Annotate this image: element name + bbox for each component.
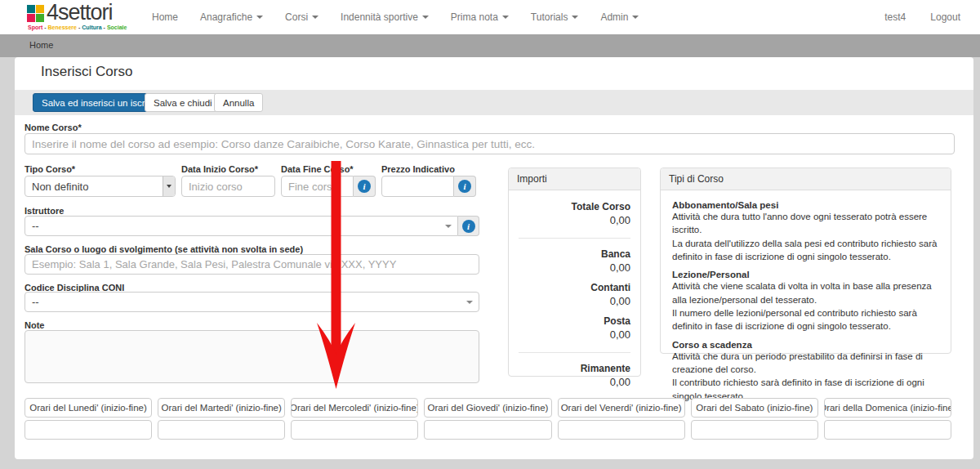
tipi-heading-abbonamento: Abbonamento/Sala pesi [672, 200, 939, 210]
page-title: Inserisci Corso [41, 64, 132, 80]
orari-lunedi-input[interactable] [24, 420, 152, 440]
chevron-down-icon [256, 16, 263, 19]
contanti-value: 0,00 [519, 295, 630, 307]
brand-grid-icon [27, 5, 44, 22]
tipo-corso-label: Tipo Corso* [24, 164, 75, 174]
tipo-corso-select[interactable]: Non definito [24, 176, 176, 197]
importi-panel-title: Importi [509, 168, 640, 190]
divider [519, 238, 630, 239]
tipi-di-corso-panel: Tipi di Corso Abbonamento/Sala pesi Atti… [660, 168, 951, 354]
user-menu: test4 Logout [884, 0, 960, 34]
prezzo-input[interactable] [381, 176, 454, 197]
brand-tagline: Sport - Benessere - Cultura - Sociale [28, 25, 127, 30]
note-textarea[interactable] [24, 330, 479, 383]
chevron-down-icon [502, 16, 509, 19]
rimanente-value: 0,00 [519, 376, 630, 388]
note-label: Note [24, 320, 44, 330]
tipi-text: Attività che dura un periodo prestabilit… [672, 350, 939, 377]
grid-square-green [36, 14, 44, 22]
orari-sabato-input[interactable] [691, 420, 818, 440]
istruttore-label: Istruttore [24, 206, 64, 216]
rimanente-label: Rimanente [519, 363, 630, 374]
orari-martedi-header: Orari del Martedi' (inizio-fine) [158, 398, 285, 418]
chevron-down-icon [466, 301, 473, 304]
grid-square-red [27, 14, 35, 22]
tipi-heading-scadenza: Corso a scadenza [672, 340, 939, 350]
prezzo-label: Prezzo Indicativo [381, 164, 455, 174]
nav-indennita-sportive[interactable]: Indennità sportive [341, 11, 429, 23]
orari-row: Orari del Lunedi' (inizio-fine) Orari de… [24, 398, 951, 440]
istruttore-info-addon[interactable]: i [458, 216, 479, 236]
nav-home[interactable]: Home [152, 11, 178, 23]
tipi-panel-title: Tipi di Corso [661, 168, 951, 190]
data-fine-input[interactable] [281, 176, 354, 197]
chevron-down-icon [422, 16, 429, 19]
nav-logout[interactable]: Logout [930, 11, 960, 23]
sala-label: Sala Corso o luogo di svolgimento (se at… [24, 244, 303, 254]
data-inizio-label: Data Inizio Corso* [181, 164, 258, 174]
orari-venerdi-input[interactable] [558, 420, 685, 440]
tipi-text: La durata dell'utilizzo della sala pesi … [672, 237, 939, 264]
dropdown-arrow-icon [163, 176, 175, 196]
chevron-down-icon [572, 16, 578, 19]
tipi-body: Abbonamento/Sala pesi Attività che dura … [661, 190, 951, 411]
tipi-text: Attività che viene scalata di volta in v… [672, 279, 939, 306]
chevron-down-icon [445, 225, 452, 228]
cancel-button[interactable]: Annulla [214, 93, 263, 112]
main-menu: Home Anagrafiche Corsi Indennità sportiv… [152, 0, 639, 34]
orari-giovedi-header: Orari del Giovedi' (inizio-fine) [424, 398, 551, 418]
nome-corso-input[interactable] [24, 133, 955, 154]
orari-mercoledi-input[interactable] [291, 420, 418, 440]
save-and-close-button[interactable]: Salva e chiudi [145, 93, 221, 112]
orari-venerdi-header: Orari del Venerdi' (inizio-fine) [558, 398, 685, 418]
orari-mercoledi-header: Orari del Mercoledi' (inizio-fine) [291, 398, 418, 418]
tipi-text: Il numero delle lezioni/personal ed cont… [672, 306, 939, 333]
info-icon: i [458, 180, 471, 193]
info-icon: i [358, 180, 371, 193]
orari-domenica-header: Orari della Domenica (inizio-fine) [824, 398, 951, 418]
importi-body: Totale Corso 0,00 Banca 0,00 Contanti 0,… [509, 190, 640, 388]
top-navbar: 4settori Sport - Benessere - Cultura - S… [0, 0, 980, 34]
breadcrumb-home[interactable]: Home [29, 40, 53, 50]
divider [519, 352, 630, 353]
tipi-heading-lezione: Lezione/Personal [672, 270, 939, 279]
istruttore-select[interactable]: -- [24, 216, 458, 236]
posta-label: Posta [519, 315, 630, 327]
prezzo-info-addon[interactable]: i [454, 176, 476, 197]
data-fine-label: Data Fine Corso* [281, 164, 354, 174]
orari-martedi-input[interactable] [158, 420, 285, 440]
coni-select[interactable]: -- [24, 292, 479, 312]
orari-sabato-header: Orari del Sabato (inizio-fine) [691, 398, 818, 418]
nav-corsi[interactable]: Corsi [285, 11, 318, 23]
totale-corso-value: 0,00 [519, 214, 630, 226]
data-fine-info-addon[interactable]: i [354, 176, 376, 197]
orari-giovedi-input[interactable] [424, 420, 551, 440]
tipi-text: Attività che dura tutto l'anno dove ogni… [672, 210, 939, 237]
orari-lunedi-header: Orari del Lunedi' (inizio-fine) [24, 398, 152, 418]
contanti-label: Contanti [519, 282, 630, 293]
nav-username[interactable]: test4 [884, 11, 906, 23]
posta-value: 0,00 [519, 328, 630, 341]
sala-input[interactable] [24, 254, 479, 275]
chevron-down-icon [632, 16, 639, 19]
chevron-down-icon [312, 16, 318, 19]
banca-label: Banca [519, 248, 630, 260]
nome-corso-label: Nome Corso* [24, 123, 82, 132]
nav-admin[interactable]: Admin [600, 11, 639, 23]
grid-square-teal [27, 5, 35, 13]
info-icon: i [462, 220, 475, 233]
nav-anagrafiche[interactable]: Anagrafiche [200, 11, 263, 23]
nav-prima-nota[interactable]: Prima nota [451, 11, 509, 23]
totale-corso-label: Totale Corso [519, 201, 630, 212]
brand-logo[interactable]: 4settori Sport - Benessere - Cultura - S… [27, 3, 149, 33]
data-inizio-input[interactable] [181, 176, 275, 197]
breadcrumb: Home [0, 34, 980, 57]
nav-tutorials[interactable]: Tutorials [531, 11, 579, 23]
orari-domenica-input[interactable] [824, 420, 951, 440]
brand-name: 4settori [47, 0, 113, 25]
banca-value: 0,00 [519, 261, 630, 274]
importi-panel: Importi Totale Corso 0,00 Banca 0,00 Con… [508, 168, 641, 377]
grid-square-yellow [36, 5, 44, 13]
